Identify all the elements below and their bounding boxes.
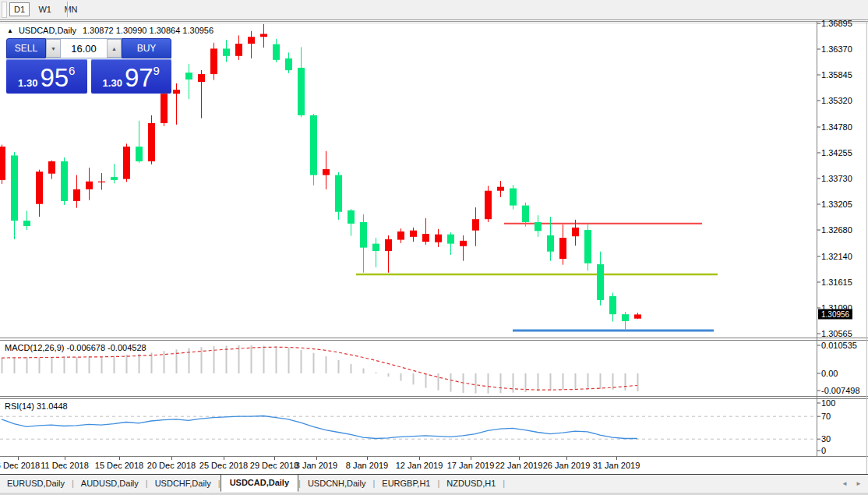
- date-axis-label: 12 Jan 2019: [396, 461, 443, 470]
- current-price-tag: 1.30956: [818, 309, 852, 320]
- buy-price-pip: 9: [153, 65, 160, 76]
- candle-body: [360, 222, 367, 248]
- candle-body: [622, 314, 629, 321]
- tab-audusd-daily[interactable]: AUDUSD,Daily: [74, 476, 146, 491]
- tabs-scroll-left-icon[interactable]: ◄: [842, 480, 848, 487]
- date-axis-label: 26 Jan 2019: [543, 461, 591, 470]
- volume-increase-button[interactable]: ▲: [107, 39, 122, 58]
- tabs-scroll-right-icon[interactable]: ►: [856, 480, 862, 487]
- macd-label: MACD(12,26,9) -0.006678 -0.004528: [5, 343, 146, 352]
- rsi-axis-tick-label: 0: [821, 446, 826, 455]
- candle-body: [123, 147, 130, 179]
- candle-body: [572, 228, 579, 236]
- candle-body: [310, 115, 317, 175]
- price-axis-tick-label: 1.30565: [821, 329, 852, 338]
- candle-body: [335, 175, 342, 212]
- collapse-panel-arrow-icon[interactable]: ▲: [7, 27, 13, 34]
- candle-body: [435, 235, 442, 242]
- candle-body: [348, 210, 355, 224]
- candle-body: [372, 244, 379, 251]
- sell-price-pip: 6: [69, 65, 75, 76]
- rsi-line: [2, 416, 637, 439]
- candle-body: [248, 37, 255, 44]
- price-axis-tick-label: 1.33730: [821, 174, 852, 183]
- macd-signal-line: [2, 347, 637, 390]
- candle-body: [559, 238, 566, 259]
- candle-body: [11, 155, 18, 221]
- date-axis-label: 6 Dec 2018: [0, 461, 40, 470]
- price-axis-tick-label: 1.35845: [821, 70, 852, 80]
- chart-tabs-bar: ◄ ► EURUSD,Daily|AUDUSD,Daily|USDCHF,Dai…: [0, 474, 868, 493]
- rsi-axis-tick-label: 100: [821, 398, 835, 408]
- volume-decrease-button[interactable]: ▼: [46, 39, 61, 58]
- chart-symbol: USDCAD,Daily: [19, 26, 76, 35]
- date-axis-label: 15 Dec 2018: [95, 461, 143, 470]
- tab-usdchf-daily[interactable]: USDCHF,Daily: [148, 476, 218, 491]
- buy-price-big: 97: [125, 67, 153, 88]
- date-axis-label: 29 Dec 2018: [250, 461, 298, 470]
- candle-body: [323, 169, 330, 175]
- candle-body: [111, 177, 118, 180]
- candle-body: [86, 182, 93, 189]
- tab-eurusd-daily[interactable]: EURUSD,Daily: [0, 476, 72, 491]
- candle-body: [522, 206, 529, 222]
- candle-body: [547, 235, 554, 252]
- candle-body: [460, 241, 467, 246]
- macd-axis-tick-label: 0.010535: [821, 341, 857, 350]
- candle-body: [198, 74, 205, 82]
- price-axis-tick-label: 1.32680: [821, 225, 852, 235]
- candle-body: [0, 147, 5, 180]
- candle-body: [447, 235, 454, 244]
- candle-body: [61, 161, 68, 201]
- candle-body: [161, 94, 168, 123]
- candle-body: [185, 72, 192, 80]
- price-axis-tick-label: 1.32140: [821, 252, 852, 261]
- candle-body: [36, 171, 43, 203]
- price-axis-tick-label: 1.34255: [821, 148, 852, 157]
- candle-body: [273, 44, 280, 60]
- tab-separator: |: [503, 479, 505, 488]
- date-axis-label: 3 Jan 2019: [295, 461, 337, 470]
- price-axis-tick-label: 1.36370: [821, 44, 852, 54]
- tab-eurgbp-h1[interactable]: EURGBP,H1: [375, 476, 437, 491]
- tab-usdcad-daily[interactable]: USDCAD,Daily: [221, 474, 298, 492]
- candle-body: [298, 68, 305, 115]
- sell-price-button[interactable]: 1.30956: [6, 59, 87, 94]
- candle-body: [285, 58, 292, 70]
- sell-button[interactable]: SELL: [6, 38, 46, 58]
- buy-price-button[interactable]: 1.30979: [91, 59, 172, 94]
- candle-body: [223, 48, 230, 55]
- candle-body: [210, 48, 217, 74]
- candle-body: [535, 222, 542, 231]
- candle-body: [48, 161, 55, 174]
- date-axis-label: 11 Dec 2018: [41, 461, 89, 470]
- candle-body: [148, 123, 155, 161]
- price-axis-tick-label: 1.36895: [821, 19, 852, 28]
- date-axis-label: 31 Jan 2019: [593, 461, 640, 470]
- date-axis-label: 8 Jan 2019: [346, 461, 388, 470]
- one-click-trading-panel: SELL ▼ ▲ BUY 1.30956 1.30979: [6, 38, 171, 94]
- rsi-axis-tick-label: 30: [821, 434, 831, 444]
- rsi-axis-tick-label: 70: [821, 412, 831, 421]
- candle-body: [73, 189, 80, 201]
- chart-ohlc-values: 1.30872 1.30990 1.30864 1.30956: [83, 26, 213, 35]
- candle-body: [510, 189, 517, 206]
- candle-body: [260, 34, 267, 37]
- candle-body: [609, 296, 616, 314]
- candle-body: [136, 147, 143, 161]
- candle-body: [397, 232, 404, 240]
- volume-input[interactable]: [61, 39, 107, 58]
- sell-price-big: 95: [40, 67, 69, 88]
- candle-body: [634, 314, 641, 318]
- buy-button[interactable]: BUY: [122, 38, 171, 58]
- candle-body: [173, 90, 180, 94]
- date-axis-label: 20 Dec 2018: [147, 461, 196, 470]
- metatrader-window: D1 W1 MN ▲USDCAD,Daily1.30872 1.30990 1.…: [0, 0, 868, 495]
- macd-axis-tick-label: -0.007498: [821, 386, 860, 395]
- price-axis-tick-label: 1.33205: [821, 200, 852, 209]
- tab-usdcnh-daily[interactable]: USDCNH,Daily: [301, 476, 373, 491]
- date-axis-label: 17 Jan 2019: [447, 461, 495, 470]
- candle-body: [584, 230, 591, 263]
- date-axis-label: 22 Jan 2019: [496, 461, 543, 470]
- tab-nzdusd-h1[interactable]: NZDUSD,H1: [439, 476, 503, 491]
